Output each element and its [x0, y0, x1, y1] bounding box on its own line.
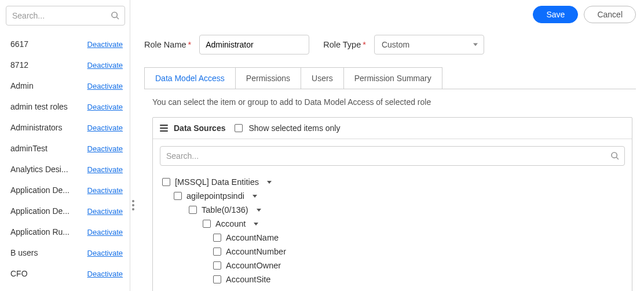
list-item[interactable]: admin test rolesDeactivate: [6, 96, 125, 117]
checkbox[interactable]: [189, 206, 197, 214]
role-name: admin test roles: [10, 102, 68, 111]
cancel-button[interactable]: Cancel: [584, 6, 636, 23]
deactivate-link[interactable]: Deactivate: [87, 270, 123, 278]
tab-users[interactable]: Users: [301, 68, 344, 89]
role-type-label: Role Type*: [323, 40, 366, 49]
tree-node-account[interactable]: Account: [160, 217, 625, 231]
tree-label: AccountName: [226, 233, 279, 242]
show-selected-checkbox[interactable]: [235, 124, 243, 132]
role-type-select[interactable]: Custom: [374, 35, 484, 54]
deactivate-link[interactable]: Deactivate: [87, 165, 123, 174]
role-name: Administrators: [10, 123, 62, 132]
role-list: 6617Deactivate 8712Deactivate AdminDeact…: [6, 34, 125, 284]
checkbox[interactable]: [162, 178, 170, 186]
chevron-down-icon[interactable]: [254, 223, 258, 225]
list-item[interactable]: Application De...Deactivate: [6, 180, 125, 201]
tree-label: Table(0/136): [202, 205, 248, 214]
role-name: Application Ru...: [10, 227, 69, 237]
hint-text: You can select the item or group to add …: [152, 97, 636, 107]
show-selected-label: Show selected items only: [248, 123, 340, 133]
checkbox[interactable]: [213, 275, 221, 283]
tab-permissions[interactable]: Permissions: [236, 68, 301, 89]
tree-label: AccountNumber: [226, 247, 286, 256]
role-name: adminTest: [10, 144, 47, 153]
checkbox[interactable]: [203, 220, 211, 228]
deactivate-link[interactable]: Deactivate: [87, 207, 123, 216]
svg-line-1: [116, 17, 119, 19]
tree-label: agilepointpsindi: [186, 191, 244, 201]
chevron-down-icon[interactable]: [257, 209, 261, 212]
deactivate-link[interactable]: Deactivate: [87, 61, 123, 70]
panel-title: Data Sources: [174, 123, 225, 133]
list-item[interactable]: adminTestDeactivate: [6, 138, 125, 159]
tree-node-table[interactable]: Table(0/136): [160, 203, 625, 217]
role-name: CFO: [10, 269, 28, 278]
tab-content: You can select the item or group to add …: [144, 89, 636, 291]
deactivate-link[interactable]: Deactivate: [87, 144, 123, 153]
role-name-label: Role Name*: [144, 40, 191, 49]
deactivate-link[interactable]: Deactivate: [87, 186, 123, 195]
tree-leaf[interactable]: AccountNumber: [160, 245, 625, 259]
tree-label: [MSSQL] Data Entities: [175, 177, 259, 187]
chevron-down-icon: [473, 43, 478, 46]
top-buttons: Save Cancel: [144, 6, 636, 23]
list-item[interactable]: 8712Deactivate: [6, 54, 125, 75]
panel-body: [MSSQL] Data Entities agilepointpsindi T…: [153, 139, 632, 291]
form-row: Role Name* Role Type* Custom: [144, 35, 636, 54]
tab-permission-summary[interactable]: Permission Summary: [344, 68, 442, 89]
checkbox[interactable]: [213, 234, 221, 242]
panel-search[interactable]: [160, 146, 625, 166]
svg-point-2: [612, 152, 617, 158]
sidebar: 6617Deactivate 8712Deactivate AdminDeact…: [0, 0, 130, 291]
tree-leaf[interactable]: AccountName: [160, 231, 625, 245]
tabs: Data Model Access Permissions Users Perm…: [144, 67, 442, 89]
role-name: 6617: [10, 39, 28, 49]
role-name: Analytics Desi...: [10, 165, 68, 174]
checkbox[interactable]: [213, 248, 221, 256]
data-sources-panel: Data Sources Show selected items only [M…: [152, 117, 632, 291]
list-item[interactable]: CFODeactivate: [6, 263, 125, 284]
checkbox[interactable]: [174, 192, 182, 200]
chevron-down-icon[interactable]: [267, 181, 272, 184]
panel-header: Data Sources Show selected items only: [153, 118, 632, 139]
search-icon: [610, 151, 620, 161]
tree-label: Account: [215, 219, 246, 228]
panel-search-input[interactable]: [166, 151, 607, 161]
deactivate-link[interactable]: Deactivate: [87, 249, 123, 257]
list-item[interactable]: Application De...Deactivate: [6, 201, 125, 221]
list-item[interactable]: Application Ru...Deactivate: [6, 221, 125, 242]
role-type-value: Custom: [382, 40, 409, 49]
sidebar-search[interactable]: [6, 6, 125, 26]
tree: [MSSQL] Data Entities agilepointpsindi T…: [160, 175, 625, 286]
checkbox[interactable]: [213, 261, 221, 270]
sidebar-search-input[interactable]: [12, 11, 107, 20]
list-item[interactable]: Analytics Desi...Deactivate: [6, 159, 125, 180]
deactivate-link[interactable]: Deactivate: [87, 228, 123, 237]
search-icon: [111, 11, 120, 20]
tree-leaf[interactable]: AccountSite: [160, 272, 625, 286]
role-name: Admin: [10, 81, 34, 90]
main-area: Save Cancel Role Name* Role Type* Custom…: [130, 0, 644, 291]
list-item[interactable]: 6617Deactivate: [6, 34, 125, 54]
role-name: Application De...: [10, 206, 69, 216]
tree-label: AccountOwner: [226, 261, 281, 270]
chevron-down-icon[interactable]: [253, 195, 257, 198]
svg-point-0: [112, 12, 117, 17]
role-name: 8712: [10, 60, 28, 70]
list-item[interactable]: B usersDeactivate: [6, 242, 125, 263]
role-name-input[interactable]: [199, 35, 309, 54]
deactivate-link[interactable]: Deactivate: [87, 82, 123, 90]
hamburger-icon[interactable]: [160, 125, 168, 132]
list-item[interactable]: AdministratorsDeactivate: [6, 117, 125, 138]
deactivate-link[interactable]: Deactivate: [87, 123, 123, 132]
tree-leaf[interactable]: AccountOwner: [160, 259, 625, 272]
tab-data-model-access[interactable]: Data Model Access: [145, 68, 236, 89]
list-item[interactable]: AdminDeactivate: [6, 75, 125, 96]
svg-line-3: [616, 157, 619, 159]
deactivate-link[interactable]: Deactivate: [87, 103, 123, 111]
role-name: B users: [10, 248, 38, 257]
tree-node-mssql[interactable]: [MSSQL] Data Entities: [160, 175, 625, 189]
save-button[interactable]: Save: [533, 6, 578, 23]
deactivate-link[interactable]: Deactivate: [87, 40, 123, 49]
tree-node-db[interactable]: agilepointpsindi: [160, 189, 625, 203]
